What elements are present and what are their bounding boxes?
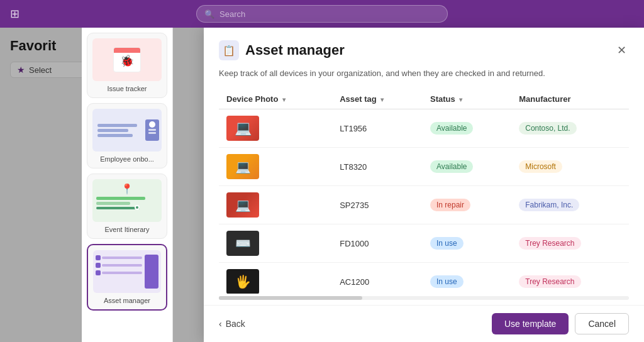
modal-title-row: 📋 Asset manager xyxy=(219,40,345,60)
back-label: Back xyxy=(226,319,245,329)
cell-device-photo: 💻 xyxy=(219,109,332,148)
manufacturer-badge: Microsoft xyxy=(519,160,562,173)
sort-icon-asset: ▾ xyxy=(380,96,384,103)
col-device-photo[interactable]: Device Photo ▾ xyxy=(219,89,332,109)
status-badge: In repair xyxy=(430,199,470,211)
table-row: 💻 LT1956 Available Contoso, Ltd. xyxy=(219,109,629,148)
cell-status: In use xyxy=(423,224,511,263)
grid-icon[interactable]: ⊞ xyxy=(10,7,19,21)
manufacturer-badge: Trey Research xyxy=(519,237,580,250)
sidebar-item-event-itinerary[interactable]: 📍 Event Itinerary xyxy=(87,174,167,239)
sidebar-panel: 🐞 Issue tracker xyxy=(82,28,173,342)
cell-device-photo: 💻 xyxy=(219,186,332,224)
sidebar-item-issue-tracker[interactable]: 🐞 Issue tracker xyxy=(87,33,167,98)
col-status[interactable]: Status ▾ xyxy=(423,89,511,109)
status-badge: In use xyxy=(430,275,464,288)
modal-dialog: 📋 Asset manager ✕ Keep track of all devi… xyxy=(204,28,644,342)
cell-device-photo: 🖐️ xyxy=(219,263,332,294)
manufacturer-badge: Trey Research xyxy=(519,275,580,288)
horizontal-scrollbar[interactable] xyxy=(219,296,629,300)
cell-manufacturer: Fabrikam, Inc. xyxy=(511,186,629,224)
col-manufacturer[interactable]: Manufacturer xyxy=(511,89,629,109)
bug-icon: 🐞 xyxy=(120,54,134,68)
cell-asset-tag: AC1200 xyxy=(332,263,423,294)
cell-asset-tag: LT1956 xyxy=(332,109,423,148)
close-button[interactable]: ✕ xyxy=(614,42,629,58)
status-badge: Available xyxy=(430,160,473,173)
cancel-button[interactable]: Cancel xyxy=(575,313,629,334)
modal-title-icon: 📋 xyxy=(219,40,239,60)
issue-tracker-thumb: 🐞 xyxy=(92,38,162,81)
search-bar[interactable]: 🔍 xyxy=(196,5,448,23)
manufacturer-badge: Contoso, Ltd. xyxy=(519,122,576,135)
cell-manufacturer: Contoso, Ltd. xyxy=(511,109,629,148)
cell-device-photo: 💻 xyxy=(219,148,332,186)
modal-overlay: 🐞 Issue tracker xyxy=(0,28,644,342)
modal-footer: ‹ Back Use template Cancel xyxy=(204,305,644,342)
cell-device-photo: ⌨️ xyxy=(219,224,332,263)
sort-icon-status: ▾ xyxy=(459,96,462,103)
cell-manufacturer: Trey Research xyxy=(511,224,629,263)
modal-title: Asset manager xyxy=(245,42,345,58)
back-chevron-icon: ‹ xyxy=(219,319,222,329)
search-icon: 🔍 xyxy=(204,9,214,19)
cell-asset-tag: SP2735 xyxy=(332,186,423,224)
table-container[interactable]: Device Photo ▾ Asset tag ▾ Status ▾ xyxy=(204,89,644,294)
issue-tracker-label: Issue tracker xyxy=(108,85,147,92)
table-row: 💻 LT8320 Available Microsoft xyxy=(219,148,629,186)
cell-status: Available xyxy=(423,109,511,148)
sidebar-item-employee-onboarding[interactable]: Employee onbo... xyxy=(87,103,167,168)
cell-asset-tag: LT8320 xyxy=(332,148,423,186)
cell-asset-tag: FD1000 xyxy=(332,224,423,263)
status-badge: In use xyxy=(430,237,464,250)
table-row: ⌨️ FD1000 In use Trey Research xyxy=(219,224,629,263)
cell-status: Available xyxy=(423,148,511,186)
modal-description: Keep track of all devices in your organi… xyxy=(204,68,644,89)
cell-manufacturer: Microsoft xyxy=(511,148,629,186)
status-badge: Available xyxy=(430,122,473,135)
main-content: Favorit ★ Select 🐞 xyxy=(0,28,644,342)
event-itinerary-thumb: 📍 xyxy=(92,179,162,222)
employee-onboarding-thumb xyxy=(92,109,162,152)
cell-status: In use xyxy=(423,263,511,294)
modal-header: 📋 Asset manager ✕ xyxy=(204,28,644,68)
sort-icon-device: ▾ xyxy=(282,96,286,103)
clipboard-icon: 📋 xyxy=(223,45,235,57)
table-row: 💻 SP2735 In repair Fabrikam, Inc. xyxy=(219,186,629,224)
top-bar: ⊞ 🔍 xyxy=(0,0,644,28)
back-button[interactable]: ‹ Back xyxy=(219,319,245,329)
footer-actions: Use template Cancel xyxy=(492,313,629,334)
cell-manufacturer: Trey Research xyxy=(511,263,629,294)
event-itinerary-label: Event Itinerary xyxy=(105,226,150,233)
sidebar-item-asset-manager[interactable]: Asset manager xyxy=(87,244,167,311)
manufacturer-badge: Fabrikam, Inc. xyxy=(519,199,579,211)
search-input[interactable] xyxy=(219,9,440,19)
col-asset-tag[interactable]: Asset tag ▾ xyxy=(332,89,423,109)
asset-manager-label: Asset manager xyxy=(104,297,150,304)
table-row: 🖐️ AC1200 In use Trey Research xyxy=(219,263,629,294)
cell-status: In repair xyxy=(423,186,511,224)
use-template-button[interactable]: Use template xyxy=(492,313,569,334)
table-scrollbar-area xyxy=(204,294,644,305)
map-pin-icon: 📍 xyxy=(96,183,158,195)
asset-table: Device Photo ▾ Asset tag ▾ Status ▾ xyxy=(219,89,629,294)
asset-manager-thumb xyxy=(93,250,161,293)
employee-onboarding-label: Employee onbo... xyxy=(100,155,154,163)
